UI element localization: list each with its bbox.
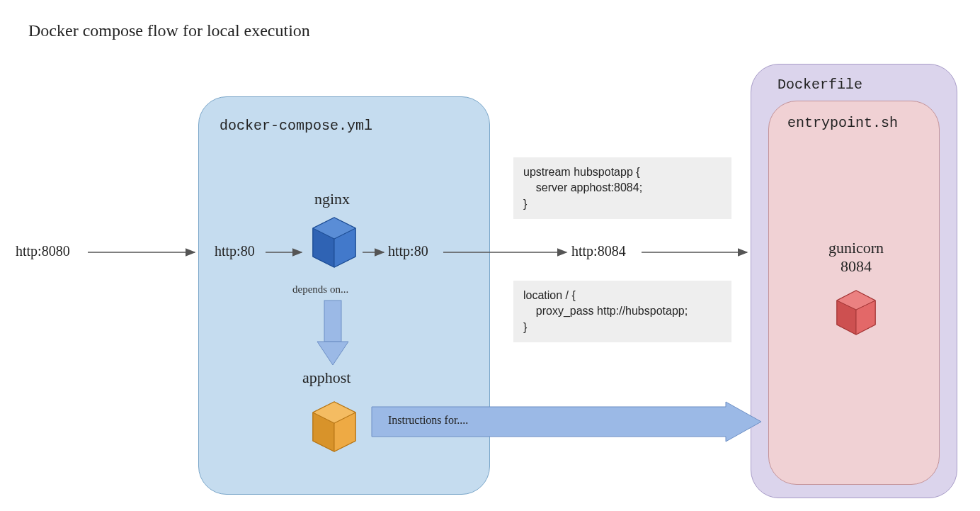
svg-rect-4 xyxy=(324,301,341,342)
nginx-location-code: location / { proxy_pass http://hubspotap… xyxy=(513,281,731,342)
diagram-title: Docker compose flow for local execution xyxy=(28,21,310,40)
entrypoint-label: entrypoint.sh xyxy=(787,115,898,131)
nginx-upstream-code: upstream hubspotapp { server apphost:808… xyxy=(513,157,731,219)
gunicorn-cube-icon xyxy=(831,286,881,342)
dockerfile-label: Dockerfile xyxy=(777,77,862,93)
depends-on-label: depends on... xyxy=(292,283,348,296)
nginx-cube-icon xyxy=(306,213,363,276)
http-80-out-label: http:80 xyxy=(388,243,428,259)
http-8084-label: http:8084 xyxy=(571,243,626,259)
depends-arrow-icon xyxy=(312,298,354,369)
gunicorn-label: gunicorn 8084 xyxy=(817,239,895,276)
http-8080-label: http:8080 xyxy=(16,243,70,259)
instructions-label: Instructions for.... xyxy=(388,414,468,427)
apphost-cube-icon xyxy=(306,397,363,460)
http-80-in-label: http:80 xyxy=(215,243,255,259)
docker-compose-label: docker-compose.yml xyxy=(220,118,372,134)
apphost-label: apphost xyxy=(302,369,351,387)
svg-marker-5 xyxy=(317,342,348,365)
nginx-label: nginx xyxy=(314,190,350,208)
